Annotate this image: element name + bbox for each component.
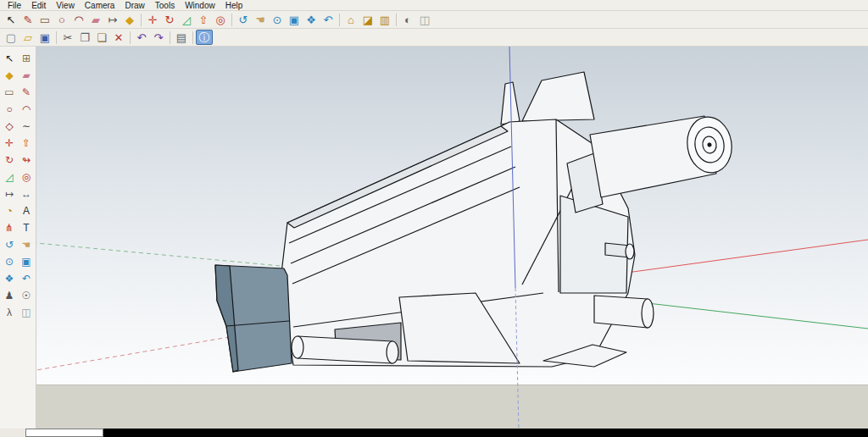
protractor-tool-icon[interactable]: ◔ — [1, 202, 18, 218]
push-pull-tool-icon[interactable]: ⇧ — [195, 12, 212, 27]
rotate-tool-icon[interactable]: ↻ — [161, 12, 178, 27]
pan-tool-icon[interactable]: ☚ — [18, 236, 35, 252]
paint-bucket-tool-icon[interactable]: ◆ — [121, 12, 138, 27]
toolbar-separator — [339, 14, 340, 26]
pan-tool-icon[interactable]: ☚ — [252, 12, 269, 27]
shadows-toggle-icon[interactable]: ◐ — [399, 12, 416, 27]
top-view-icon[interactable]: ▥ — [376, 12, 393, 27]
menu-help[interactable]: Help — [220, 1, 248, 10]
section-plane-tool-icon[interactable]: ◫ — [416, 12, 433, 27]
print-icon[interactable]: ▤ — [173, 30, 190, 45]
rectangle-tool-icon[interactable]: ▭ — [1, 84, 18, 100]
arc-tool-icon[interactable]: ◠ — [18, 101, 35, 117]
offset-tool-icon[interactable]: ◎ — [212, 12, 229, 27]
toolbar-separator — [141, 14, 142, 26]
text-tool-icon[interactable]: A — [18, 202, 35, 218]
menu-tools[interactable]: Tools — [150, 1, 180, 10]
position-camera-tool-icon[interactable]: ♟ — [1, 287, 18, 303]
modeling-viewport[interactable] — [36, 47, 868, 429]
circle-tool-icon[interactable]: ○ — [1, 101, 18, 117]
model-knob-cap — [626, 244, 634, 259]
orbit-tool-icon[interactable]: ↺ — [1, 236, 18, 252]
section-plane-tool-icon[interactable]: ◫ — [18, 304, 35, 320]
arc-tool-icon[interactable]: ◠ — [70, 12, 87, 27]
scale-tool-icon[interactable]: ◿ — [1, 169, 18, 185]
new-file-icon[interactable]: ▢ — [3, 30, 19, 45]
polygon-tool-icon[interactable]: ◇ — [1, 118, 18, 134]
walk-tool-icon[interactable]: λ — [1, 304, 18, 320]
paste-icon[interactable]: ❏ — [93, 30, 110, 45]
previous-view-tool-icon[interactable]: ↶ — [18, 270, 35, 286]
menu-camera[interactable]: Camera — [80, 1, 120, 10]
follow-me-tool-icon[interactable]: ↬ — [18, 152, 35, 168]
menu-edit[interactable]: Edit — [26, 1, 51, 10]
scale-tool-icon[interactable]: ◿ — [178, 12, 195, 27]
select-tool-icon[interactable]: ↖ — [3, 12, 19, 27]
toolbar-row-2: ▢▱▣✂❐❏✕↶↷▤ⓘ — [0, 29, 868, 47]
status-bar-dark-strip — [103, 429, 868, 437]
three-d-text-tool-icon[interactable]: T — [18, 219, 35, 235]
dimension-tool-icon[interactable]: ↔ — [18, 185, 35, 202]
zoom-window-tool-icon[interactable]: ▣ — [286, 12, 303, 27]
status-bar-left-spacer — [0, 429, 25, 437]
model-info-icon[interactable]: ⓘ — [196, 30, 213, 45]
previous-view-tool-icon[interactable]: ↶ — [320, 12, 337, 27]
zoom-extents-tool-icon[interactable]: ❖ — [1, 270, 18, 286]
tape-measure-tool-icon[interactable]: ↦ — [1, 185, 18, 202]
scene-canvas — [36, 47, 868, 429]
menu-bar: FileEditViewCameraDrawToolsWindowHelp — [0, 0, 868, 11]
move-tool-icon[interactable]: ✛ — [144, 12, 161, 27]
toolbar-separator — [130, 31, 131, 44]
status-bar — [0, 429, 868, 437]
zoom-tool-icon[interactable]: ⊙ — [269, 12, 286, 27]
delete-icon[interactable]: ✕ — [110, 30, 127, 45]
axes-tool-icon[interactable]: ⋔ — [1, 219, 18, 235]
push-pull-tool-icon[interactable]: ⇧ — [18, 135, 35, 151]
eraser-tool-icon[interactable]: ▰ — [18, 67, 35, 83]
make-component-tool-icon[interactable]: ⊞ — [18, 50, 35, 66]
freehand-tool-icon[interactable]: ∼ — [18, 118, 35, 134]
menu-file[interactable]: File — [3, 1, 26, 10]
large-tool-set-palette: ↖⊞◆▰▭✎○◠◇∼✛⇧↻↬◿◎↦↔◔A⋔T↺☚⊙▣❖↶♟☉λ◫ — [0, 47, 36, 429]
toolbar-separator — [396, 14, 397, 26]
front-view-icon[interactable]: ⌂ — [342, 12, 359, 27]
line-tool-icon[interactable]: ✎ — [19, 12, 36, 27]
orbit-tool-icon[interactable]: ↺ — [235, 12, 252, 27]
menu-view[interactable]: View — [51, 1, 80, 10]
cut-icon[interactable]: ✂ — [59, 30, 76, 45]
undo-icon[interactable]: ↶ — [133, 30, 150, 45]
redo-icon[interactable]: ↷ — [150, 30, 167, 45]
measurements-input[interactable] — [25, 429, 103, 437]
rotate-tool-icon[interactable]: ↻ — [1, 152, 18, 168]
main-area: ↖⊞◆▰▭✎○◠◇∼✛⇧↻↬◿◎↦↔◔A⋔T↺☚⊙▣❖↶♟☉λ◫ — [0, 47, 868, 429]
look-around-tool-icon[interactable]: ☉ — [18, 287, 35, 303]
select-tool-icon[interactable]: ↖ — [1, 50, 18, 66]
model-top-structure — [522, 72, 594, 121]
line-tool-icon[interactable]: ✎ — [18, 84, 35, 100]
menu-draw[interactable]: Draw — [120, 1, 149, 10]
move-tool-icon[interactable]: ✛ — [1, 135, 18, 151]
model-right-cylinder-cap — [642, 299, 654, 328]
open-folder-icon[interactable]: ▱ — [19, 30, 36, 45]
toolbar-row-1: ↖✎▭○◠▰↦◆✛↻◿⇧◎↺☚⊙▣❖↶⌂◪▥◐◫ — [0, 11, 868, 29]
tape-measure-tool-icon[interactable]: ↦ — [104, 12, 121, 27]
model-right-cylinder — [594, 296, 648, 328]
zoom-tool-icon[interactable]: ⊙ — [1, 253, 18, 269]
gun-model — [215, 72, 736, 372]
menu-window[interactable]: Window — [180, 1, 220, 10]
save-file-icon[interactable]: ▣ — [36, 30, 53, 45]
paint-bucket-tool-icon[interactable]: ◆ — [1, 67, 18, 83]
copy-icon[interactable]: ❐ — [76, 30, 93, 45]
toolbar-separator — [56, 31, 57, 44]
toolbar-separator — [231, 14, 232, 26]
iso-view-icon[interactable]: ◪ — [359, 12, 376, 27]
rectangle-tool-icon[interactable]: ▭ — [36, 12, 53, 27]
model-lower-tube-cap-right — [387, 341, 398, 363]
zoom-window-tool-icon[interactable]: ▣ — [18, 253, 35, 269]
model-lower-tube — [298, 336, 392, 363]
model-lower-tube-cap-left — [292, 336, 303, 358]
zoom-extents-tool-icon[interactable]: ❖ — [303, 12, 320, 27]
circle-tool-icon[interactable]: ○ — [53, 12, 70, 27]
offset-tool-icon[interactable]: ◎ — [18, 169, 35, 185]
eraser-tool-icon[interactable]: ▰ — [87, 12, 104, 27]
